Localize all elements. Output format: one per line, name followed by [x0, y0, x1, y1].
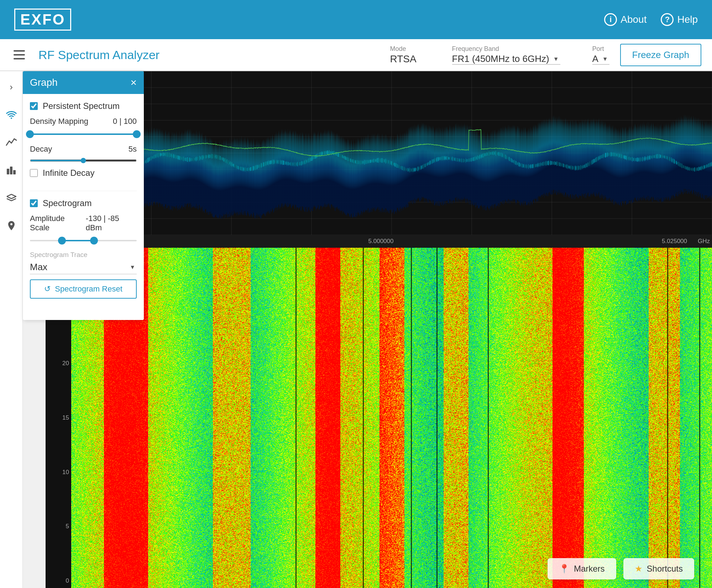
spectrum-graph: dBm RBW: 48.83kHz -20 -35 -50 -65 -80 -9…: [46, 71, 712, 235]
panel-header: Graph ×: [23, 71, 144, 94]
decay-value: 5s: [129, 145, 137, 154]
port-select[interactable]: A B: [592, 53, 609, 65]
decay-slider[interactable]: [30, 159, 137, 162]
amplitude-slider-right-thumb[interactable]: [90, 237, 98, 245]
app-title: RF Spectrum Analyzer: [38, 48, 379, 62]
sidebar-chart-line-icon[interactable]: [3, 134, 20, 151]
decay-row: Decay 5s: [30, 145, 137, 154]
decay-slider-container[interactable]: [30, 157, 137, 163]
about-icon: i: [604, 13, 617, 26]
trace-select[interactable]: Max Min Average: [30, 260, 137, 274]
freq-band-select-wrapper[interactable]: FR1 (450MHz to 6GHz): [452, 53, 560, 65]
sidebar-bar-chart-icon[interactable]: [3, 162, 20, 179]
secondary-bar: RF Spectrum Analyzer Mode RTSA Frequency…: [0, 39, 712, 71]
density-slider-right-thumb[interactable]: [133, 130, 141, 138]
spectrogram-checkbox[interactable]: [30, 199, 38, 207]
spectrogram-trace-label: Spectrogram Trace: [30, 251, 137, 259]
spectrogram-trace-row: Spectrogram Trace Max Min Average: [30, 251, 137, 274]
about-button[interactable]: i About: [604, 13, 646, 26]
spectrogram-reset-button[interactable]: ↺ Spectrogram Reset: [30, 279, 137, 299]
markers-button[interactable]: 📍 Markers: [548, 558, 616, 579]
infinite-decay-checkbox[interactable]: [30, 169, 38, 177]
density-slider-left-thumb[interactable]: [26, 130, 34, 138]
top-bar: EXFO i About ? Help: [0, 0, 712, 39]
sidebar-location-icon[interactable]: [3, 217, 20, 234]
markers-icon: 📍: [559, 564, 570, 574]
x-unit: GHz: [698, 238, 710, 245]
top-bar-right: i About ? Help: [604, 13, 698, 26]
persistent-spectrum-label: Persistent Spectrum: [43, 101, 120, 111]
spectrogram-reset-label: Spectrogram Reset: [55, 284, 122, 294]
sidebar-wifi-icon[interactable]: [3, 106, 20, 123]
amplitude-scale-value: -130 | -85 dBm: [86, 214, 137, 232]
main-content: ›: [0, 71, 712, 588]
sidebar-layers-icon[interactable]: [3, 189, 20, 206]
freq-band-section: Frequency Band FR1 (450MHz to 6GHz): [452, 45, 560, 65]
amplitude-scale-label: Amplitude Scale: [30, 214, 86, 232]
markers-label: Markers: [574, 564, 605, 574]
amplitude-slider-container: [30, 235, 137, 246]
x-axis-bar: 4.975000 5.000000 5.025000 GHz: [46, 235, 712, 248]
density-mapping-label: Density Mapping: [30, 117, 88, 126]
freq-band-label: Frequency Band: [452, 45, 499, 53]
bottom-buttons: 📍 Markers ★ Shortcuts: [548, 558, 694, 579]
amplitude-scale-row: Amplitude Scale -130 | -85 dBm: [30, 214, 137, 232]
svg-rect-2: [13, 170, 16, 174]
spectrogram-canvas: [71, 248, 712, 588]
x-label-mid: 5.000000: [368, 238, 394, 245]
freq-band-select[interactable]: FR1 (450MHz to 6GHz): [452, 53, 560, 65]
svg-rect-1: [10, 167, 12, 174]
shortcuts-label: Shortcuts: [647, 564, 683, 574]
infinite-decay-label: Infinite Decay: [43, 168, 94, 178]
graph-panel: Graph × Persistent Spectrum Density Mapp…: [23, 71, 144, 320]
trace-select-wrapper[interactable]: Max Min Average: [30, 260, 137, 274]
persistent-spectrum-checkbox[interactable]: [30, 102, 38, 110]
reset-icon: ↺: [44, 284, 51, 294]
port-label: Port: [592, 45, 604, 53]
panel-close-button[interactable]: ×: [130, 77, 137, 88]
left-sidebar: ›: [0, 71, 23, 588]
port-section: Port A B: [592, 45, 609, 65]
shortcuts-icon: ★: [635, 564, 643, 574]
port-select-wrapper[interactable]: A B: [592, 53, 609, 65]
persistent-spectrum-section: Persistent Spectrum Density Mapping 0 | …: [30, 101, 137, 191]
graphs-area: dBm RBW: 48.83kHz -20 -35 -50 -65 -80 -9…: [46, 71, 712, 588]
svg-rect-0: [7, 169, 9, 174]
panel-body: Persistent Spectrum Density Mapping 0 | …: [23, 94, 144, 320]
help-icon: ?: [661, 13, 674, 26]
spectrogram-label: Spectrogram: [43, 198, 91, 208]
decay-label: Decay: [30, 145, 52, 154]
shortcuts-button[interactable]: ★ Shortcuts: [623, 558, 694, 579]
density-mapping-row: Density Mapping 0 | 100: [30, 117, 137, 126]
mode-section: Mode RTSA: [390, 45, 416, 65]
freeze-graph-button[interactable]: Freeze Graph: [620, 44, 701, 66]
density-mapping-slider-container: [30, 129, 137, 140]
amplitude-slider-left-thumb[interactable]: [58, 237, 66, 245]
density-mapping-value: 0 | 100: [113, 117, 137, 126]
spectrogram-section: Spectrogram Amplitude Scale -130 | -85 d…: [30, 198, 137, 306]
exfo-logo: EXFO: [14, 9, 71, 31]
help-button[interactable]: ? Help: [661, 13, 698, 26]
spectrum-canvas: [71, 71, 712, 235]
panel-title: Graph: [30, 77, 58, 88]
sidebar-expand-icon[interactable]: ›: [3, 78, 20, 95]
mode-value: RTSA: [390, 53, 416, 65]
spectrogram-graph: S 30 25 20 15 10 5 0 📍 Markers ★: [46, 248, 712, 588]
mode-label: Mode: [390, 45, 406, 53]
spectrogram-checkbox-row: Spectrogram: [30, 198, 137, 208]
infinite-decay-row: Infinite Decay: [30, 168, 137, 178]
hamburger-menu-button[interactable]: [11, 47, 28, 62]
persistent-spectrum-row: Persistent Spectrum: [30, 101, 137, 111]
